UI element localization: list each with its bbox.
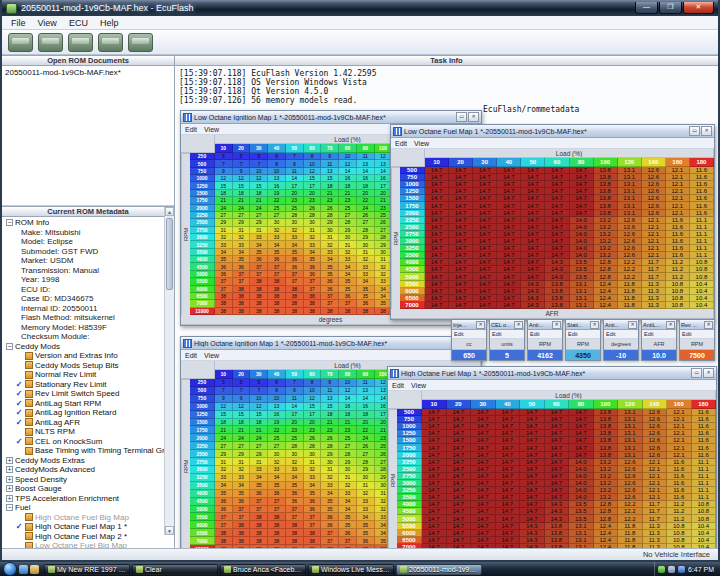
map-cell[interactable]: 14.7: [447, 452, 472, 459]
tree-scrollbar[interactable]: ▲ ▼: [164, 207, 174, 535]
map-cell[interactable]: 14.7: [520, 508, 545, 515]
map-cell[interactable]: 11.6: [690, 174, 714, 181]
map-cell[interactable]: 11.1: [692, 487, 717, 494]
map-cell[interactable]: 11.8: [618, 288, 642, 295]
map-cell[interactable]: 21: [321, 419, 339, 427]
map-cell[interactable]: 7: [233, 160, 251, 167]
map-cell[interactable]: 35: [233, 490, 251, 498]
map-cell[interactable]: 13.5: [569, 501, 594, 508]
rpm-axis-cell[interactable]: 2000: [190, 434, 215, 442]
map-cell[interactable]: 14.7: [545, 466, 570, 473]
load-axis-cell[interactable]: 50: [286, 370, 304, 379]
rpm-axis-cell[interactable]: 5500: [190, 278, 215, 285]
map-cell[interactable]: 14.7: [449, 281, 473, 288]
map-cell[interactable]: 14.7: [545, 188, 569, 195]
map-cell[interactable]: 12.1: [643, 487, 668, 494]
map-cell[interactable]: 18: [215, 419, 233, 427]
map-cell[interactable]: 14.7: [497, 202, 521, 209]
map-cell[interactable]: 11.8: [618, 530, 643, 537]
map-cell[interactable]: 30: [339, 234, 357, 241]
map-cell[interactable]: 36: [321, 286, 339, 293]
map-cell[interactable]: 38: [286, 537, 304, 545]
map-cell[interactable]: 14.7: [449, 302, 473, 309]
map-cell[interactable]: 38: [233, 537, 251, 545]
map-cell[interactable]: 14.7: [471, 523, 496, 530]
menu-help[interactable]: Help: [95, 18, 124, 28]
map-cell[interactable]: 14.7: [520, 416, 545, 423]
expander-icon[interactable]: +: [6, 457, 13, 464]
map-cell[interactable]: 12.1: [643, 480, 668, 487]
map-cell[interactable]: 21: [250, 197, 268, 204]
map-cell[interactable]: 14.7: [425, 181, 449, 188]
map-cell[interactable]: 13.2: [594, 459, 619, 466]
map-cell[interactable]: 38: [215, 293, 233, 300]
map-cell[interactable]: 22: [268, 426, 286, 434]
map-cell[interactable]: 14.7: [497, 231, 521, 238]
close-icon[interactable]: ✕: [468, 112, 479, 122]
map-cell[interactable]: 14: [339, 395, 357, 403]
map-cell[interactable]: 11.1: [690, 238, 714, 245]
map-cell[interactable]: 37: [339, 537, 357, 545]
map-cell[interactable]: 14.7: [521, 195, 545, 202]
map-cell[interactable]: 14.7: [569, 423, 594, 430]
map-cell[interactable]: 12.1: [642, 245, 666, 252]
map-cell[interactable]: 37: [286, 513, 304, 521]
map-cell[interactable]: 13.1: [569, 544, 594, 548]
map-cell[interactable]: 12.6: [618, 494, 643, 501]
tree-folder[interactable]: +Speed Density: [2, 475, 174, 485]
close-icon[interactable]: ✕: [704, 321, 713, 329]
map-cell[interactable]: 25: [268, 434, 286, 442]
map-cell[interactable]: 9: [215, 395, 233, 403]
map-cell[interactable]: 34: [268, 474, 286, 482]
close-icon[interactable]: ✕: [476, 321, 485, 329]
rpm-axis-cell[interactable]: 1250: [397, 430, 422, 437]
map-cell[interactable]: 34: [250, 241, 268, 248]
map-cell[interactable]: 32: [304, 466, 322, 474]
map-cell[interactable]: 22: [357, 197, 375, 204]
map-cell[interactable]: 11.3: [642, 295, 666, 302]
map-cell[interactable]: 27: [233, 442, 251, 450]
map-cell[interactable]: 14.7: [425, 217, 449, 224]
map-cell[interactable]: 36: [286, 256, 304, 263]
map-cell[interactable]: 38: [268, 286, 286, 293]
map-cell[interactable]: 28: [357, 227, 375, 234]
map-cell[interactable]: 11.6: [692, 416, 717, 423]
map-cell[interactable]: 38: [215, 537, 233, 545]
map-cell[interactable]: 34: [233, 482, 251, 490]
map-cell[interactable]: 14.3: [521, 302, 545, 309]
map-cell[interactable]: 37: [304, 286, 322, 293]
menu-view[interactable]: View: [33, 18, 62, 28]
map-cell[interactable]: 12.6: [618, 252, 642, 259]
map-cell[interactable]: 38: [286, 545, 304, 548]
map-cell[interactable]: 37: [215, 278, 233, 285]
map-cell[interactable]: 36: [339, 529, 357, 537]
map-cell[interactable]: 13.1: [618, 452, 643, 459]
map-cell[interactable]: 14.3: [545, 259, 569, 266]
map-cell[interactable]: 36: [357, 537, 375, 545]
map-cell[interactable]: 36: [304, 498, 322, 506]
taskbar-button[interactable]: Clear: [132, 564, 218, 575]
map-cell[interactable]: 14.7: [449, 181, 473, 188]
map-cell[interactable]: 32: [233, 466, 251, 474]
map-cell[interactable]: 37: [321, 529, 339, 537]
scalar-value-cell[interactable]: 5: [490, 350, 524, 360]
map-window-titlebar[interactable]: Low Octane Ignition Map 1 *-20550011-mod…: [181, 111, 481, 124]
map-cell[interactable]: 13: [321, 395, 339, 403]
map-cell[interactable]: 32: [321, 474, 339, 482]
tree-item[interactable]: ✓AntiLag AFR: [2, 418, 174, 428]
map-cell[interactable]: 14.7: [449, 174, 473, 181]
map-cell[interactable]: 8: [304, 153, 322, 160]
quick-launch-icon[interactable]: [19, 565, 28, 574]
scalar-value-cell[interactable]: 650: [452, 350, 486, 360]
map-cell[interactable]: 28: [321, 212, 339, 219]
map-cell[interactable]: 11.6: [666, 224, 690, 231]
map-cell[interactable]: 29: [357, 234, 375, 241]
map-cell[interactable]: 30: [339, 466, 357, 474]
map-cell[interactable]: 20: [357, 190, 375, 197]
rpm-axis-cell[interactable]: 750: [190, 395, 215, 403]
map-cell[interactable]: 14.7: [545, 210, 569, 217]
map-cell[interactable]: 14.7: [569, 452, 594, 459]
map-cell[interactable]: 12.8: [594, 515, 619, 522]
map-cell[interactable]: 14.7: [497, 224, 521, 231]
menu-edit[interactable]: Edit: [490, 330, 524, 339]
